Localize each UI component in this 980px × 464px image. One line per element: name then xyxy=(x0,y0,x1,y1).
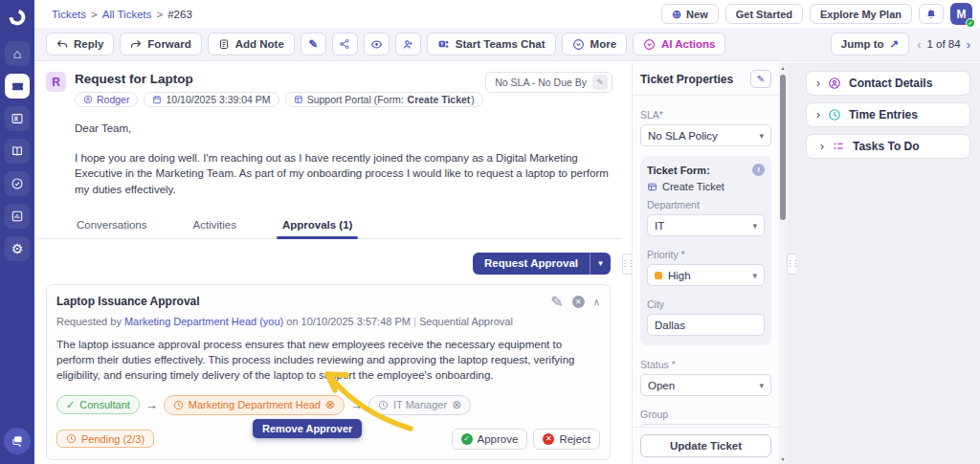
sidebar-item-settings[interactable]: ⚙ xyxy=(5,236,30,261)
breadcrumb-ticket-id: #263 xyxy=(167,9,192,20)
contact-details-section[interactable]: › Contact Details xyxy=(806,71,970,96)
sla-label: SLA* xyxy=(640,109,771,121)
department-select[interactable]: IT ▾ xyxy=(647,214,765,236)
approval-card: Laptop Issuance Approval ✎ ✕ ∧ Requested… xyxy=(46,284,611,460)
approve-button[interactable]: ✓ Approve xyxy=(452,429,528,450)
breadcrumb-tickets[interactable]: Tickets xyxy=(52,9,86,20)
ticket-tabs: Conversations Activities Approvals (1) xyxy=(34,213,622,239)
scroll-down-arrow[interactable]: ▾ xyxy=(781,453,784,464)
gear-icon: ⚙ xyxy=(11,241,24,256)
next-ticket-button[interactable]: › xyxy=(967,37,970,52)
chat-icon xyxy=(11,434,24,448)
clock-icon xyxy=(66,433,77,444)
panel-divider: ⋮⋮ xyxy=(787,62,796,464)
requested-by-link[interactable]: Marketing Department Head (you) xyxy=(124,316,283,327)
clock-icon xyxy=(173,400,184,410)
left-sidebar: ⌂ ⚙ xyxy=(0,0,34,464)
request-approval-button[interactable]: Request Approval ▾ xyxy=(473,253,611,275)
sidebar-item-knowledge-base[interactable] xyxy=(5,139,30,164)
requester-avatar: R xyxy=(46,72,66,92)
app-logo-icon[interactable] xyxy=(5,5,30,30)
share-button[interactable] xyxy=(332,33,358,55)
pencil-icon: ✎ xyxy=(308,37,318,51)
tab-activities[interactable]: Activities xyxy=(191,213,238,238)
scroll-up-arrow[interactable]: ▴ xyxy=(781,62,784,73)
get-started-button[interactable]: Get Started xyxy=(725,4,803,24)
teams-icon xyxy=(437,38,450,51)
group-label: Group xyxy=(640,409,771,420)
sidebar-item-home[interactable]: ⌂ xyxy=(5,41,30,66)
add-note-button[interactable]: Add Note xyxy=(208,33,295,55)
status-select[interactable]: Open ▾ xyxy=(640,374,771,396)
new-button[interactable]: ⊕New xyxy=(661,4,719,24)
ticket-form-label: Ticket Form: xyxy=(647,165,710,176)
request-approval-dropdown[interactable]: ▾ xyxy=(590,253,611,275)
resize-handle-left[interactable]: ⋮⋮ xyxy=(622,254,633,275)
more-button[interactable]: More xyxy=(562,33,627,55)
sla-edit-button[interactable]: ✎ xyxy=(592,75,608,90)
start-teams-chat-button[interactable]: Start Teams Chat xyxy=(427,33,556,55)
city-label: City xyxy=(647,298,765,310)
check-icon: ✓ xyxy=(66,399,75,411)
time-entries-section[interactable]: › Time Entries xyxy=(806,102,970,127)
cancel-approval-icon[interactable]: ✕ xyxy=(572,296,585,308)
person-icon xyxy=(83,95,93,104)
sidebar-item-tickets[interactable] xyxy=(5,74,30,99)
ticket-icon xyxy=(11,79,25,94)
book-icon xyxy=(11,144,24,158)
ticket-pager: ‹ 1 of 84 › xyxy=(917,37,970,52)
sidebar-item-reports[interactable] xyxy=(5,204,30,229)
add-collaborator-button[interactable] xyxy=(395,33,421,55)
live-chat-button[interactable] xyxy=(4,428,31,454)
tasks-icon xyxy=(832,140,845,153)
reply-icon xyxy=(56,38,68,50)
online-status-badge: ✓ xyxy=(966,18,975,28)
resize-handle-right[interactable]: ⋮⋮ xyxy=(787,254,797,275)
requester-chip[interactable]: Rodger xyxy=(75,92,138,107)
priority-select[interactable]: High ▾ xyxy=(647,264,765,286)
form-icon xyxy=(294,95,303,104)
scrollbar-thumb[interactable] xyxy=(780,75,786,220)
forward-button[interactable]: Forward xyxy=(120,33,201,55)
sidebar-item-contacts[interactable] xyxy=(5,106,30,131)
reject-button[interactable]: ✕ Reject xyxy=(533,429,600,450)
breadcrumb-all-tickets[interactable]: All Tickets xyxy=(102,9,152,20)
ticket-main-panel: R Request for Laptop Rodger 10/10/2025 3… xyxy=(34,62,622,464)
reply-button[interactable]: Reply xyxy=(46,33,114,55)
approver-chip-marketing-head[interactable]: Marketing Department Head ⊗ xyxy=(164,395,345,415)
city-input[interactable]: Dallas xyxy=(647,314,765,336)
approver-chip-it-manager[interactable]: IT Manager ⊗ xyxy=(368,395,471,415)
user-avatar[interactable]: M ✓ xyxy=(950,3,972,25)
edit-properties-button[interactable]: ✎ xyxy=(750,70,771,88)
collapse-approval-icon[interactable]: ∧ xyxy=(593,297,600,307)
check-circle-icon xyxy=(11,177,24,190)
notifications-button[interactable] xyxy=(919,4,944,24)
contact-card-icon xyxy=(11,112,24,125)
sidebar-item-tasks[interactable] xyxy=(5,171,30,196)
info-icon[interactable]: i xyxy=(752,164,765,176)
tab-approvals[interactable]: Approvals (1) xyxy=(280,213,355,238)
jump-to-button[interactable]: Jump to ↗ xyxy=(831,33,909,55)
sla-select[interactable]: No SLA Policy ▾ xyxy=(640,124,771,146)
home-icon: ⌂ xyxy=(13,46,21,61)
prev-ticket-button[interactable]: ‹ xyxy=(917,37,921,52)
tasks-to-do-section[interactable]: › Tasks To Do xyxy=(806,134,970,159)
tab-conversations[interactable]: Conversations xyxy=(75,213,149,238)
remove-approver-icon[interactable]: ⊗ xyxy=(452,398,461,411)
caret-down-icon: ▾ xyxy=(759,131,764,141)
edit-button[interactable]: ✎ xyxy=(301,33,326,55)
explore-my-plan-button[interactable]: Explore My Plan xyxy=(810,4,912,24)
edit-approval-icon[interactable]: ✎ xyxy=(550,293,563,311)
update-ticket-button[interactable]: Update Ticket xyxy=(640,434,771,457)
remove-approver-icon[interactable]: ⊗ xyxy=(325,398,335,411)
approver-chip-consultant[interactable]: ✓ Consultant xyxy=(56,395,140,414)
jump-arrow-icon: ↗ xyxy=(890,37,900,51)
breadcrumb: Tickets > All Tickets > #263 xyxy=(52,9,192,20)
note-icon xyxy=(218,38,230,50)
watch-button[interactable] xyxy=(364,33,390,55)
ai-actions-button[interactable]: AI Actions xyxy=(633,33,725,55)
properties-title: Ticket Properties xyxy=(640,73,733,86)
approval-status-badge: Pending (2/3) xyxy=(56,430,154,448)
remove-approver-tooltip: Remove Approver xyxy=(253,419,362,438)
department-label: Department xyxy=(647,199,765,210)
